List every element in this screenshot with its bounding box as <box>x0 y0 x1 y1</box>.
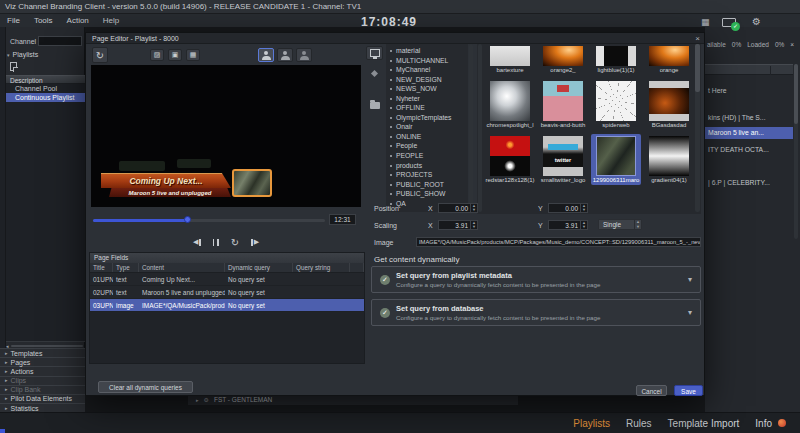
section-templates[interactable]: ▸ Templates <box>0 348 85 357</box>
table-row[interactable]: 02UPND text Maroon 5 live and unplugged … <box>90 286 364 299</box>
tree-scrollbar[interactable] <box>469 44 473 212</box>
tree-item[interactable]: Nyheter <box>386 94 468 104</box>
tree-item[interactable]: People <box>386 141 468 151</box>
thumbnail[interactable]: spiderweb <box>591 81 641 128</box>
menu-action[interactable]: Action <box>67 16 89 25</box>
scrollbar-track[interactable] <box>11 345 83 347</box>
tree-item[interactable]: ONLINE <box>386 132 468 142</box>
scaling-y-input[interactable]: 3.91 ▲▼ <box>548 220 588 230</box>
query-database-panel[interactable]: ✓ Set query from database Configure a qu… <box>371 299 701 326</box>
thumbnail[interactable]: orange2_ <box>538 46 588 73</box>
thumbs-scrollbar[interactable] <box>695 44 700 212</box>
tree-item[interactable]: NEW_DESIGN <box>386 75 468 85</box>
col-dynamic-query[interactable]: Dynamic query <box>225 263 293 272</box>
thumbnail[interactable]: orange <box>644 46 694 73</box>
table-row[interactable]: 01UPND text Coming Up Next... No query s… <box>90 273 364 286</box>
col-content[interactable]: Content <box>139 263 225 272</box>
section-clips[interactable]: ▸ Clips <box>0 376 85 385</box>
tree-item[interactable]: material <box>386 46 468 56</box>
scaling-mode-dropdown[interactable]: Single ▲▼ <box>598 219 642 230</box>
close-icon[interactable]: × <box>695 33 700 44</box>
playlists-section-header[interactable]: ▾ Playlists <box>7 51 38 58</box>
loop-button[interactable]: ↻ <box>231 237 239 248</box>
tree-item[interactable]: PROJECTS <box>386 170 468 180</box>
section-statistics[interactable]: ▸ Statistics <box>0 403 85 412</box>
section-pilot-data-elements[interactable]: ▸ Pilot Data Elements <box>0 394 85 403</box>
clear-dynamic-queries-button[interactable]: Clear all dynamic queries <box>98 381 193 393</box>
tree-item[interactable]: MULTICHANNEL <box>386 56 468 66</box>
step-forward-button[interactable]: ▶ <box>251 238 259 246</box>
pause-button[interactable] <box>213 239 219 246</box>
view-detail-button[interactable]: ▣ <box>168 49 182 61</box>
layout-person-button-3[interactable] <box>296 48 312 62</box>
tree-item[interactable]: PEOPLE <box>386 151 468 161</box>
view-image-button[interactable]: ▨ <box>150 49 164 61</box>
thumbs-left-scrollbar[interactable] <box>478 44 482 212</box>
chevron-down-icon[interactable]: ▾ <box>688 308 692 317</box>
tab-playlists[interactable]: Playlists <box>573 418 610 429</box>
table-row-selected[interactable]: 03UPND image IMAGE*/QA/MusicPack/product… <box>90 299 364 312</box>
tree-item[interactable]: OFFLINE <box>386 103 468 113</box>
thumbnail[interactable]: BGasdasdad <box>644 81 694 128</box>
thumbnail[interactable]: redstar128x128(1) <box>485 136 535 183</box>
layout-person-button-1[interactable] <box>258 48 274 62</box>
close-icon[interactable]: × <box>790 41 794 48</box>
tree-item[interactable]: MyChannel <box>386 65 468 75</box>
playlist-row[interactable]: ITY DEATH OCTA... <box>705 144 793 155</box>
tree-item[interactable]: Onair <box>386 122 468 132</box>
section-clip-bank[interactable]: ▸ Clip Bank <box>0 385 85 394</box>
description-column-header[interactable]: Description <box>6 75 85 84</box>
playlist-column-header[interactable] <box>705 64 793 75</box>
col-query-string[interactable]: Query string <box>293 263 350 272</box>
view-grid-button[interactable]: ▦ <box>186 49 200 61</box>
scrub-slider-track[interactable] <box>93 219 325 222</box>
refresh-button[interactable]: ↻ <box>92 47 108 63</box>
folder-view-button[interactable] <box>367 97 382 110</box>
playlist-row-selected[interactable]: Maroon 5 live an... <box>705 127 793 139</box>
position-x-input[interactable]: 0.00 ▲▼ <box>438 203 478 213</box>
menu-file[interactable]: File <box>7 16 20 25</box>
menu-tools[interactable]: Tools <box>34 16 53 25</box>
server-view-button[interactable] <box>366 46 383 60</box>
list-item-channel-pool[interactable]: Channel Pool <box>6 84 85 93</box>
save-button[interactable]: Save <box>674 385 703 396</box>
spinner-icon[interactable]: ▲▼ <box>470 204 477 213</box>
playlist-row[interactable]: t Here <box>705 85 793 96</box>
section-actions[interactable]: ▸ Actions <box>0 366 85 375</box>
tab-rules[interactable]: Rules <box>626 418 652 429</box>
col-title[interactable]: Title <box>90 263 113 272</box>
thumbnail[interactable]: chromespotlight_l <box>485 81 535 128</box>
vertical-scrollbar[interactable] <box>794 64 798 239</box>
spinner-icon[interactable]: ▲▼ <box>470 221 477 230</box>
tree-item[interactable]: PUBLIC_SHOW <box>386 189 468 199</box>
new-playlist-button[interactable] <box>7 60 20 73</box>
table-header[interactable]: Title Type Content Dynamic query Query s… <box>90 263 364 273</box>
col-type[interactable]: Type <box>113 263 139 272</box>
gear-icon[interactable]: ⚙ <box>752 16 761 27</box>
position-y-input[interactable]: 0.00 ▲▼ <box>548 203 588 213</box>
tab-info[interactable]: Info <box>755 418 772 429</box>
cancel-button[interactable]: Cancel <box>636 385 667 396</box>
playlist-row[interactable]: kins (HD) | The S... <box>705 112 793 123</box>
scrub-slider-handle[interactable] <box>184 216 191 223</box>
channel-input[interactable] <box>38 36 82 46</box>
thumbnail-selected[interactable]: 1299006311maro <box>591 134 641 185</box>
scrollbar-thumb[interactable] <box>794 64 798 124</box>
scrollbar-thumb[interactable] <box>695 44 700 92</box>
thumbnail[interactable]: beavis-and-butth <box>538 81 588 128</box>
playlist-row[interactable]: | 6.P | CELEBRITY... <box>705 177 793 188</box>
thumbnail[interactable]: lightblue(1)(1) <box>591 46 641 73</box>
spinner-icon[interactable]: ▲▼ <box>580 221 587 230</box>
grid-icon[interactable]: ▦ <box>701 17 710 27</box>
query-playlist-metadata-panel[interactable]: ✓ Set query from playlist metadata Confi… <box>371 266 701 293</box>
thumbnail[interactable]: bartexture <box>485 46 535 73</box>
thumbnail[interactable]: gradient04(1) <box>644 136 694 183</box>
menu-help[interactable]: Help <box>103 16 119 25</box>
spinner-icon[interactable]: ▲▼ <box>580 204 587 213</box>
step-back-button[interactable]: ◀ <box>193 238 201 246</box>
thumbnail[interactable]: twitter smalltwitter_logo <box>538 136 588 183</box>
layout-person-button-2[interactable] <box>277 48 293 62</box>
image-path-input[interactable]: IMAGE*/QA/MusicPack/products/MCP/Package… <box>416 237 701 247</box>
tree-item[interactable]: NEWS_NOW <box>386 84 468 94</box>
section-pages[interactable]: ▸ Pages <box>0 357 85 366</box>
